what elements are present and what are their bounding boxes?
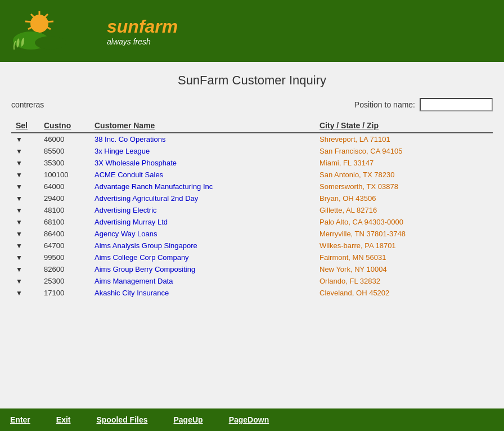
sel-cell[interactable]: ▼: [11, 157, 39, 169]
table-row[interactable]: ▼353003X Wholesale PhosphateMiami, FL 33…: [11, 157, 493, 169]
city-cell: Cleveland, OH 45202: [315, 287, 493, 299]
name-cell[interactable]: Aims Analysis Group Singapore: [90, 240, 315, 252]
footer-button-enter[interactable]: Enter: [6, 413, 35, 426]
city-cell: San Antonio, TX 78230: [315, 169, 493, 181]
table-header-row: Sel Custno Customer Name City / State / …: [11, 119, 493, 133]
table-row[interactable]: ▼68100Advertising Murray LtdPalo Alto, C…: [11, 216, 493, 228]
table-row[interactable]: ▼29400Advertising Agricultural 2nd DayBr…: [11, 192, 493, 204]
brand-text: sunfarm always fresh: [107, 16, 178, 46]
name-cell[interactable]: Advertising Murray Ltd: [90, 216, 315, 228]
table-row[interactable]: ▼100100ACME Conduit SalesSan Antonio, TX…: [11, 169, 493, 181]
page-title: SunFarm Customer Inquiry: [0, 62, 504, 93]
custno-cell: 29400: [39, 192, 90, 204]
sel-cell[interactable]: ▼: [11, 240, 39, 252]
custno-cell: 68100: [39, 216, 90, 228]
name-cell[interactable]: Advertising Agricultural 2nd Day: [90, 192, 315, 204]
footer-button-pageup[interactable]: PageUp: [169, 413, 208, 426]
city-cell: Merryville, TN 37801-3748: [315, 228, 493, 240]
sel-cell[interactable]: ▼: [11, 287, 39, 299]
city-cell: Gillette, AL 82716: [315, 204, 493, 216]
name-cell[interactable]: 38 Inc. Co Operations: [90, 133, 315, 145]
name-cell[interactable]: ACME Conduit Sales: [90, 169, 315, 181]
table-row[interactable]: ▼99500Aims College Corp CompanyFairmont,…: [11, 252, 493, 263]
name-cell[interactable]: Akashic City Insurance: [90, 287, 315, 299]
table-row[interactable]: ▼64700Aims Analysis Group SingaporeWilke…: [11, 240, 493, 252]
table-row[interactable]: ▼17100Akashic City InsuranceCleveland, O…: [11, 287, 493, 299]
logo-area: sunfarm always fresh: [11, 6, 178, 56]
name-cell[interactable]: 3x Hinge League: [90, 145, 315, 157]
sel-cell[interactable]: ▼: [11, 181, 39, 192]
table-row[interactable]: ▼4600038 Inc. Co OperationsShreveport, L…: [11, 133, 493, 145]
footer-button-pagedown[interactable]: PageDown: [224, 413, 274, 426]
custno-cell: 46000: [39, 133, 90, 145]
footer: EnterExitSpooled FilesPageUpPageDown: [0, 408, 504, 431]
city-cell: Fairmont, MN 56031: [315, 252, 493, 263]
col-city: City / State / Zip: [315, 119, 493, 133]
sel-cell[interactable]: ▼: [11, 133, 39, 145]
sel-cell[interactable]: ▼: [11, 252, 39, 263]
custno-cell: 85500: [39, 145, 90, 157]
col-custno: Custno: [39, 119, 90, 133]
city-cell: Miami, FL 33147: [315, 157, 493, 169]
name-cell[interactable]: Aims Group Berry Compositing: [90, 263, 315, 275]
city-cell: Orlando, FL 32832: [315, 275, 493, 287]
city-cell: San Francisco, CA 94105: [315, 145, 493, 157]
custno-cell: 64000: [39, 181, 90, 192]
app-header: sunfarm always fresh: [0, 0, 504, 62]
toolbar: contreras Position to name:: [0, 93, 504, 116]
table-row[interactable]: ▼82600Aims Group Berry CompositingNew Yo…: [11, 263, 493, 275]
svg-point-7: [30, 15, 48, 33]
customer-table: Sel Custno Customer Name City / State / …: [11, 119, 493, 299]
name-cell[interactable]: Aims College Corp Company: [90, 252, 315, 263]
custno-cell: 82600: [39, 263, 90, 275]
sel-cell[interactable]: ▼: [11, 216, 39, 228]
city-cell: New York, NY 10004: [315, 263, 493, 275]
main-content: SunFarm Customer Inquiry contreras Posit…: [0, 62, 504, 408]
custno-cell: 35300: [39, 157, 90, 169]
city-cell: Bryan, OH 43506: [315, 192, 493, 204]
table-body: ▼4600038 Inc. Co OperationsShreveport, L…: [11, 133, 493, 299]
city-cell: Shreveport, LA 71101: [315, 133, 493, 145]
position-input[interactable]: [420, 98, 493, 111]
custno-cell: 64700: [39, 240, 90, 252]
name-cell[interactable]: 3X Wholesale Phosphate: [90, 157, 315, 169]
brand-name: sunfarm: [107, 16, 178, 37]
city-cell: Wilkes-barre, PA 18701: [315, 240, 493, 252]
sel-cell[interactable]: ▼: [11, 263, 39, 275]
city-cell: Palo Alto, CA 94303-0000: [315, 216, 493, 228]
table-row[interactable]: ▼25300Aims Management DataOrlando, FL 32…: [11, 275, 493, 287]
table-row[interactable]: ▼86400Agency Way LoansMerryville, TN 378…: [11, 228, 493, 240]
svg-point-9: [35, 36, 66, 50]
custno-cell: 86400: [39, 228, 90, 240]
logo-icon: [11, 6, 101, 56]
position-area: Position to name:: [354, 98, 493, 111]
custno-cell: 99500: [39, 252, 90, 263]
sel-cell[interactable]: ▼: [11, 228, 39, 240]
table-row[interactable]: ▼48100Advertising ElectricGillette, AL 8…: [11, 204, 493, 216]
name-cell[interactable]: Advertising Electric: [90, 204, 315, 216]
custno-cell: 100100: [39, 169, 90, 181]
position-label: Position to name:: [354, 100, 415, 109]
city-cell: Somersworth, TX 03878: [315, 181, 493, 192]
sel-cell[interactable]: ▼: [11, 145, 39, 157]
custno-cell: 25300: [39, 275, 90, 287]
table-container: Sel Custno Customer Name City / State / …: [0, 119, 504, 299]
name-cell[interactable]: Agency Way Loans: [90, 228, 315, 240]
col-name: Customer Name: [90, 119, 315, 133]
sel-cell[interactable]: ▼: [11, 275, 39, 287]
footer-button-spooled-files[interactable]: Spooled Files: [92, 413, 152, 426]
sel-cell[interactable]: ▼: [11, 192, 39, 204]
col-sel: Sel: [11, 119, 39, 133]
brand-tagline: always fresh: [107, 37, 178, 46]
sel-cell[interactable]: ▼: [11, 204, 39, 216]
name-cell[interactable]: Advantage Ranch Manufacturing Inc: [90, 181, 315, 192]
table-row[interactable]: ▼855003x Hinge LeagueSan Francisco, CA 9…: [11, 145, 493, 157]
username-label: contreras: [11, 100, 44, 109]
name-cell[interactable]: Aims Management Data: [90, 275, 315, 287]
table-row[interactable]: ▼64000Advantage Ranch Manufacturing IncS…: [11, 181, 493, 192]
sel-cell[interactable]: ▼: [11, 169, 39, 181]
footer-button-exit[interactable]: Exit: [52, 413, 75, 426]
custno-cell: 48100: [39, 204, 90, 216]
custno-cell: 17100: [39, 287, 90, 299]
